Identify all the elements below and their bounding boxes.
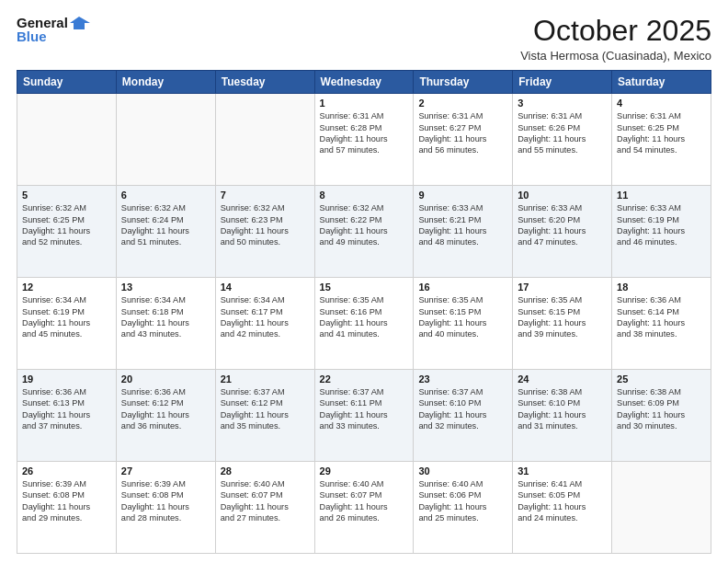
calendar-cell: 10 Sunrise: 6:33 AM Sunset: 6:20 PM Dayl… xyxy=(513,186,612,278)
calendar-cell: 3 Sunrise: 6:31 AM Sunset: 6:26 PM Dayli… xyxy=(513,94,612,186)
calendar-cell: 9 Sunrise: 6:33 AM Sunset: 6:21 PM Dayli… xyxy=(414,186,513,278)
day-info: Sunrise: 6:39 AM Sunset: 6:08 PM Dayligh… xyxy=(121,478,210,524)
col-friday: Friday xyxy=(513,71,612,94)
calendar-cell: 21 Sunrise: 6:37 AM Sunset: 6:12 PM Dayl… xyxy=(215,370,314,462)
calendar-cell: 1 Sunrise: 6:31 AM Sunset: 6:28 PM Dayli… xyxy=(314,94,414,186)
calendar-cell: 26 Sunrise: 6:39 AM Sunset: 6:08 PM Dayl… xyxy=(17,462,117,554)
day-info: Sunrise: 6:32 AM Sunset: 6:22 PM Dayligh… xyxy=(320,202,409,248)
day-number: 21 xyxy=(221,373,310,385)
day-number: 12 xyxy=(22,282,111,293)
week-row-4: 26 Sunrise: 6:39 AM Sunset: 6:08 PM Dayl… xyxy=(17,462,711,554)
day-info: Sunrise: 6:33 AM Sunset: 6:20 PM Dayligh… xyxy=(518,202,607,248)
day-number: 17 xyxy=(518,282,607,293)
col-wednesday: Wednesday xyxy=(314,71,414,94)
day-number: 29 xyxy=(320,465,409,477)
logo: General Blue xyxy=(17,15,90,45)
day-number: 4 xyxy=(617,98,706,109)
day-info: Sunrise: 6:40 AM Sunset: 6:07 PM Dayligh… xyxy=(320,478,409,524)
calendar-cell: 27 Sunrise: 6:39 AM Sunset: 6:08 PM Dayl… xyxy=(116,462,215,554)
col-monday: Monday xyxy=(116,71,215,94)
day-number: 27 xyxy=(121,465,210,477)
day-info: Sunrise: 6:37 AM Sunset: 6:11 PM Dayligh… xyxy=(320,386,409,432)
col-tuesday: Tuesday xyxy=(215,71,314,94)
day-info: Sunrise: 6:38 AM Sunset: 6:09 PM Dayligh… xyxy=(617,386,706,432)
col-saturday: Saturday xyxy=(612,71,711,94)
day-number: 14 xyxy=(221,282,310,293)
calendar-cell: 28 Sunrise: 6:40 AM Sunset: 6:07 PM Dayl… xyxy=(215,462,314,554)
calendar-cell: 22 Sunrise: 6:37 AM Sunset: 6:11 PM Dayl… xyxy=(314,370,414,462)
week-row-3: 19 Sunrise: 6:36 AM Sunset: 6:13 PM Dayl… xyxy=(17,370,711,462)
day-info: Sunrise: 6:33 AM Sunset: 6:21 PM Dayligh… xyxy=(418,202,507,248)
week-row-0: 1 Sunrise: 6:31 AM Sunset: 6:28 PM Dayli… xyxy=(17,94,711,186)
calendar-cell: 30 Sunrise: 6:40 AM Sunset: 6:06 PM Dayl… xyxy=(414,462,513,554)
day-info: Sunrise: 6:31 AM Sunset: 6:27 PM Dayligh… xyxy=(418,110,507,156)
day-number: 18 xyxy=(617,282,706,293)
calendar-cell: 24 Sunrise: 6:38 AM Sunset: 6:10 PM Dayl… xyxy=(513,370,612,462)
calendar-cell: 15 Sunrise: 6:35 AM Sunset: 6:16 PM Dayl… xyxy=(314,278,414,370)
day-info: Sunrise: 6:35 AM Sunset: 6:15 PM Dayligh… xyxy=(418,294,507,340)
day-info: Sunrise: 6:38 AM Sunset: 6:10 PM Dayligh… xyxy=(518,386,607,432)
calendar: Sunday Monday Tuesday Wednesday Thursday… xyxy=(17,70,711,554)
day-number: 8 xyxy=(320,190,409,201)
day-number: 25 xyxy=(617,373,706,385)
svg-marker-0 xyxy=(70,17,90,29)
day-info: Sunrise: 6:37 AM Sunset: 6:12 PM Dayligh… xyxy=(221,386,310,432)
day-number: 2 xyxy=(418,98,507,109)
col-sunday: Sunday xyxy=(17,71,117,94)
day-number: 31 xyxy=(518,465,607,477)
day-info: Sunrise: 6:40 AM Sunset: 6:06 PM Dayligh… xyxy=(418,478,507,524)
logo-arrow-icon xyxy=(70,15,90,31)
day-number: 9 xyxy=(418,190,507,201)
day-info: Sunrise: 6:36 AM Sunset: 6:13 PM Dayligh… xyxy=(22,386,111,432)
day-info: Sunrise: 6:32 AM Sunset: 6:25 PM Dayligh… xyxy=(22,202,111,248)
day-number: 22 xyxy=(320,373,409,385)
location: Vista Hermosa (Cuasinada), Mexico xyxy=(520,49,711,63)
day-info: Sunrise: 6:39 AM Sunset: 6:08 PM Dayligh… xyxy=(22,478,111,524)
day-number: 10 xyxy=(518,190,607,201)
day-info: Sunrise: 6:41 AM Sunset: 6:05 PM Dayligh… xyxy=(518,478,607,524)
calendar-cell: 23 Sunrise: 6:37 AM Sunset: 6:10 PM Dayl… xyxy=(414,370,513,462)
header-row: Sunday Monday Tuesday Wednesday Thursday… xyxy=(17,71,711,94)
day-info: Sunrise: 6:35 AM Sunset: 6:15 PM Dayligh… xyxy=(518,294,607,340)
calendar-cell: 31 Sunrise: 6:41 AM Sunset: 6:05 PM Dayl… xyxy=(513,462,612,554)
day-number: 7 xyxy=(221,190,310,201)
calendar-cell: 17 Sunrise: 6:35 AM Sunset: 6:15 PM Dayl… xyxy=(513,278,612,370)
calendar-cell xyxy=(116,94,215,186)
day-info: Sunrise: 6:34 AM Sunset: 6:19 PM Dayligh… xyxy=(22,294,111,340)
day-number: 23 xyxy=(418,373,507,385)
day-info: Sunrise: 6:37 AM Sunset: 6:10 PM Dayligh… xyxy=(418,386,507,432)
calendar-cell: 12 Sunrise: 6:34 AM Sunset: 6:19 PM Dayl… xyxy=(17,278,117,370)
page: General Blue October 2025 Vista Hermosa … xyxy=(0,0,728,563)
day-info: Sunrise: 6:32 AM Sunset: 6:23 PM Dayligh… xyxy=(221,202,310,248)
day-info: Sunrise: 6:35 AM Sunset: 6:16 PM Dayligh… xyxy=(320,294,409,340)
header: General Blue October 2025 Vista Hermosa … xyxy=(17,15,711,63)
day-number: 6 xyxy=(121,190,210,201)
day-number: 19 xyxy=(22,373,111,385)
day-number: 3 xyxy=(518,98,607,109)
day-info: Sunrise: 6:31 AM Sunset: 6:25 PM Dayligh… xyxy=(617,110,706,156)
calendar-cell xyxy=(612,462,711,554)
day-info: Sunrise: 6:31 AM Sunset: 6:26 PM Dayligh… xyxy=(518,110,607,156)
day-number: 5 xyxy=(22,190,111,201)
day-number: 13 xyxy=(121,282,210,293)
calendar-cell: 19 Sunrise: 6:36 AM Sunset: 6:13 PM Dayl… xyxy=(17,370,117,462)
calendar-cell: 2 Sunrise: 6:31 AM Sunset: 6:27 PM Dayli… xyxy=(414,94,513,186)
day-info: Sunrise: 6:32 AM Sunset: 6:24 PM Dayligh… xyxy=(121,202,210,248)
day-info: Sunrise: 6:31 AM Sunset: 6:28 PM Dayligh… xyxy=(320,110,409,156)
calendar-cell: 29 Sunrise: 6:40 AM Sunset: 6:07 PM Dayl… xyxy=(314,462,414,554)
day-number: 26 xyxy=(22,465,111,477)
title-area: October 2025 Vista Hermosa (Cuasinada), … xyxy=(520,15,711,63)
day-number: 11 xyxy=(617,190,706,201)
calendar-cell: 14 Sunrise: 6:34 AM Sunset: 6:17 PM Dayl… xyxy=(215,278,314,370)
day-info: Sunrise: 6:40 AM Sunset: 6:07 PM Dayligh… xyxy=(221,478,310,524)
calendar-cell: 7 Sunrise: 6:32 AM Sunset: 6:23 PM Dayli… xyxy=(215,186,314,278)
day-info: Sunrise: 6:36 AM Sunset: 6:14 PM Dayligh… xyxy=(617,294,706,340)
day-number: 30 xyxy=(418,465,507,477)
calendar-cell xyxy=(215,94,314,186)
day-info: Sunrise: 6:34 AM Sunset: 6:18 PM Dayligh… xyxy=(121,294,210,340)
calendar-cell: 25 Sunrise: 6:38 AM Sunset: 6:09 PM Dayl… xyxy=(612,370,711,462)
calendar-cell: 20 Sunrise: 6:36 AM Sunset: 6:12 PM Dayl… xyxy=(116,370,215,462)
day-number: 16 xyxy=(418,282,507,293)
calendar-cell: 16 Sunrise: 6:35 AM Sunset: 6:15 PM Dayl… xyxy=(414,278,513,370)
day-number: 20 xyxy=(121,373,210,385)
